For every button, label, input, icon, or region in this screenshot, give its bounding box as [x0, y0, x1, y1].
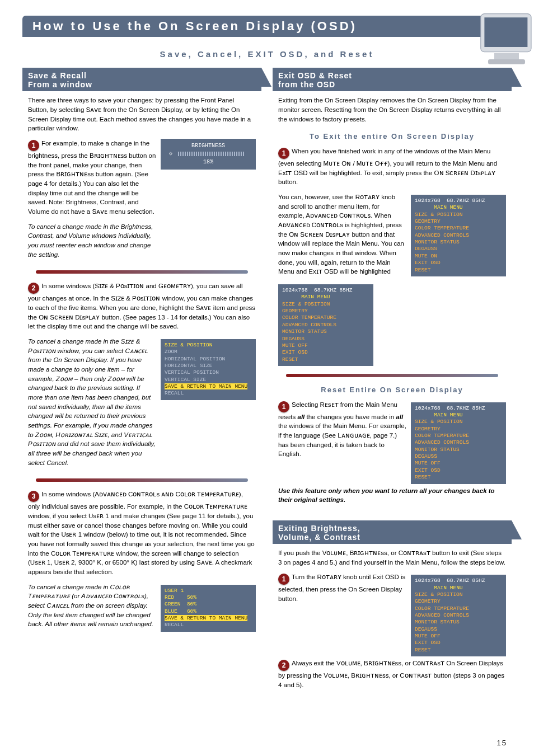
hdr-line2: From a window: [28, 80, 92, 89]
menu-items: SIZE & POSITION GEOMETRY COLOR TEMPERATU…: [415, 212, 469, 273]
main-menu-osd-4: 1024x768 68.7KHZ 85HZ MAIN MENU SIZE & P…: [411, 575, 506, 656]
mode-line: 1024x768 68.7KHZ 85HZ: [415, 577, 485, 584]
sizepos-recall: RECALL: [165, 390, 184, 396]
user1-save: SAVE & RETURN TO MAIN MENU: [165, 615, 247, 621]
exit-entire-subheader: To Exit the entire On Screen Display: [278, 132, 506, 142]
brightness-osd: BRIGHTNESS ☼ 18%: [161, 139, 256, 170]
hdrB-line2: Volume, & Contrast: [278, 533, 360, 542]
exit-reset-header: Exit OSD & Reset from the OSD: [273, 68, 512, 91]
page-subtitle: Save, Cancel, EXIT OSD, and Reset: [22, 49, 512, 59]
sizepos-save: SAVE & RETURN TO MAIN MENU: [165, 383, 247, 389]
size-position-osd: SIZE & POSITION ZOOM HORIZONTAL POSITION…: [161, 339, 256, 400]
step1-cancel-note: To cancel a change made in the Brightnes…: [28, 222, 156, 260]
user1-osd: USER 1 RED 50% GREEN 80% BLUE 60% SAVE &…: [161, 585, 256, 632]
menu-caption: MAIN MENU: [301, 294, 330, 300]
divider: [36, 478, 248, 482]
bvc-step-1-badge: 1: [278, 574, 289, 585]
step2-text: In some windows (Sɪᴢᴇ & Pᴏsɪᴛɪᴏɴ and Gᴇᴏ…: [28, 283, 255, 330]
exit-step1a: When you have finished work in any of th…: [278, 148, 497, 185]
reset-entire-subheader: Reset Entire On Screen Display: [278, 385, 506, 396]
reset-mid: the changes you have made in: [305, 414, 396, 420]
main-menu-osd-3: 1024x768 68.7KHZ 85HZ MAIN MENU SIZE & P…: [411, 402, 506, 484]
reset-all2: all: [396, 414, 403, 420]
svg-rect-3: [488, 59, 525, 64]
step1-text: For example, to make a change in the bri…: [28, 140, 156, 215]
reset-all1: all: [298, 414, 305, 420]
step3-text: In some windows (Aᴅᴠᴀɴᴄᴇᴅ Cᴏɴᴛʀᴏʟs ᴀɴᴅ C…: [28, 491, 255, 575]
main-menu-osd-1: 1024x768 68.7KHZ 85HZ MAIN MENU SIZE & P…: [411, 195, 506, 276]
hdrB-line1: Exiting Brightness,: [278, 524, 360, 533]
user1-recall: RECALL: [165, 622, 184, 628]
menu4-items: SIZE & POSITION GEOMETRY COLOR TEMPERATU…: [415, 591, 469, 653]
brightness-label: BRIGHTNESS: [164, 142, 252, 151]
sizepos-title: SIZE & POSITION: [165, 342, 213, 348]
mode-line: 1024x768 68.7KHZ 85HZ: [415, 198, 485, 204]
exit-step1b: You can, however, use the Rᴏᴛᴀʀʏ knob an…: [278, 192, 406, 276]
hdrA-line2: from the OSD: [278, 80, 335, 89]
exit-step-1-badge: 1: [278, 148, 289, 159]
svg-rect-1: [484, 17, 527, 47]
bvc-step-2-badge: 2: [278, 660, 289, 671]
divider: [286, 374, 498, 377]
main-menu-osd-2: 1024x768 68.7KHZ 85HZ MAIN MENU SIZE & P…: [278, 284, 373, 366]
step2-cancel-note: To cancel a change made in the Sɪᴢᴇ & Pᴏ…: [28, 337, 156, 467]
bvc-step2: Always exit the Vᴏʟᴜᴍᴇ, Bʀɪɢʜᴛɴᴇss, or C…: [278, 660, 504, 688]
save-recall-header: Save & Recall From a window: [22, 68, 261, 91]
reset-warning: Use this feature only when you want to r…: [278, 486, 506, 505]
reset-post: the windows of the Main Menu. For exampl…: [278, 422, 406, 457]
save-recall-intro: There are three ways to save your change…: [28, 96, 256, 133]
divider: [36, 270, 248, 274]
menu2-items: SIZE & POSITION GEOMETRY COLOR TEMPERATU…: [282, 301, 336, 363]
page-title: How to Use the On Screen Display (OSD): [22, 16, 512, 37]
mode-line: 1024x768 68.7KHZ 85HZ: [415, 405, 485, 411]
step-1-badge: 1: [28, 140, 39, 151]
step-2-badge: 2: [28, 283, 39, 294]
bvc-step1: Turn the Rᴏᴛᴀʀʏ knob until Exit OSD is s…: [278, 574, 405, 602]
monitor-illustration: [476, 10, 534, 72]
svg-rect-2: [494, 53, 519, 59]
menu-caption: MAIN MENU: [434, 204, 462, 210]
reset-step-1-badge: 1: [278, 401, 289, 412]
exit-reset-intro: Exiting from the On Screen Display remov…: [278, 96, 506, 124]
hdr-line1: Save & Recall: [28, 71, 87, 80]
bvc-intro: If you push the Vᴏʟᴜᴍᴇ, Bʀɪɢʜᴛɴᴇss, or C…: [278, 548, 506, 567]
menu3-items: SIZE & POSITION GEOMETRY COLOR TEMPERATU…: [415, 419, 469, 480]
mode-line: 1024x768 68.7KHZ 85HZ: [282, 287, 352, 293]
page-number: 15: [497, 739, 507, 747]
brightness-value: 18%: [203, 159, 213, 165]
sizepos-lines: ZOOM HORIZONTAL POSITION HORIZONTAL SIZE…: [165, 349, 225, 382]
step-3-badge: 3: [28, 491, 39, 502]
title-text: How to Use the On Screen Display (OSD): [32, 19, 357, 33]
exiting-bvc-header: Exiting Brightness, Volume, & Contrast: [273, 520, 512, 544]
menu-caption: MAIN MENU: [434, 412, 462, 418]
user1-title: USER 1: [165, 588, 184, 594]
hdrA-line1: Exit OSD & Reset: [278, 71, 352, 80]
menu-caption: MAIN MENU: [434, 585, 462, 591]
step3-cancel-note: To cancel a change made in Cᴏʟᴏʀ Tᴇᴍᴘᴇʀᴀ…: [28, 583, 156, 629]
user1-rows: RED 50% GREEN 80% BLUE 60%: [165, 594, 196, 614]
